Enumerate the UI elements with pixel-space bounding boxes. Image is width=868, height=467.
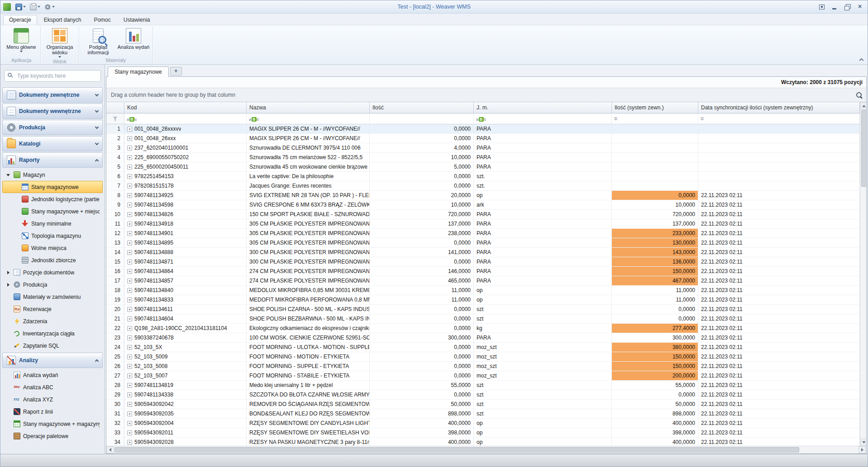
table-row[interactable]: 95907481134598SVIG CRESPONE 6 MM 63X73 B…	[106, 200, 860, 210]
ribbon-button-podglad-informacji[interactable]: Podgląd informacji	[81, 26, 116, 57]
sidebar-item-stany-magazynowe-miejsca[interactable]: Stany magazynowe + miejsca	[2, 205, 103, 217]
table-row[interactable]: 235903387240678100 CM WOSK. CIENKIE CZER…	[106, 333, 860, 343]
vertical-scrollbar[interactable]	[860, 102, 866, 446]
table-row[interactable]: 325905943092004RZĘSY SEGMENTOWE DIY CAND…	[106, 419, 860, 428]
expand-plus-icon[interactable]	[127, 136, 132, 141]
column-header-nazwa[interactable]: Nazwa	[247, 102, 370, 113]
table-row[interactable]: 2452_103_5XFOOT MORNING - ULOTKA - MOTIO…	[106, 343, 860, 352]
sidebar-item-stany-magazynowe-magazyny[interactable]: Stany magazynowe + magazyny	[2, 418, 103, 430]
expand-plus-icon[interactable]	[127, 354, 132, 359]
table-row[interactable]: 185907481134840MEDOLUX MIKROFIBRA 0,85 M…	[106, 286, 860, 295]
minimize-button[interactable]	[831, 4, 838, 10]
table-row[interactable]: 125907481134901305 CM PŁASKIE POLYESTER …	[106, 229, 860, 238]
sidebar-item-raport-z-linii[interactable]: Raport z linii	[2, 406, 103, 418]
sidebar-item-jednostki-zbiorcze[interactable]: Jednostki zbiorcze	[2, 254, 103, 266]
sidebar-item-rezerwacje[interactable]: Rezerwacje	[2, 303, 103, 315]
print-button[interactable]	[29, 3, 42, 11]
expand-plus-icon[interactable]	[127, 288, 132, 293]
expand-plus-icon[interactable]	[127, 222, 132, 226]
expand-plus-icon[interactable]	[127, 174, 132, 179]
table-row[interactable]: 105907481134826150 CM SPORT PŁASKIE BIAŁ…	[106, 210, 860, 219]
sidebar-item-materialy-w-zamowieniu[interactable]: Materiały w zamówieniu	[2, 291, 103, 303]
expand-plus-icon[interactable]	[127, 165, 132, 170]
table-row[interactable]: 215907481134604SHOE POLISH BEZBARWNA - 5…	[106, 314, 860, 324]
scroll-up-button[interactable]	[860, 102, 866, 109]
table-row[interactable]: 115907481134918305 CM PŁASKIE POLYESTER …	[106, 219, 860, 229]
filter-cell-j-m[interactable]: aBc	[474, 113, 612, 124]
expand-plus-icon[interactable]	[127, 430, 132, 435]
expand-plus-icon[interactable]	[127, 193, 132, 198]
table-row[interactable]: 5225_65000200450011Sznurowadła 45 cm wos…	[106, 162, 860, 172]
save-button[interactable]	[14, 3, 27, 11]
table-row[interactable]: 285907481134819Medo klej uniersalny 1 li…	[106, 381, 860, 390]
expand-plus-icon[interactable]	[127, 127, 132, 132]
table-row[interactable]: 165907481134864274 CM PŁASKIE POLYESTER …	[106, 267, 860, 276]
table-row[interactable]: 69782251454153La verite captive: De la p…	[106, 172, 860, 181]
sidebar-item-zapytanie-sql[interactable]: Zapytanie SQL	[2, 340, 103, 352]
expand-plus-icon[interactable]	[127, 316, 132, 321]
ribbon-button-menu-glowne[interactable]: Menu główne	[4, 26, 39, 57]
table-row[interactable]: 2552_103_5009FOOT MORNING - MOTION - ETY…	[106, 352, 860, 362]
expand-plus-icon[interactable]	[127, 212, 132, 217]
new-tab-button[interactable]: +	[170, 67, 182, 75]
table-row[interactable]: 2001_0048_26xxxMAGIX SLIPPER 26 CM - M -…	[106, 134, 860, 143]
ribbon-collapse-button[interactable]	[859, 57, 863, 61]
sidebar-item-analiza-xyz[interactable]: Analiza XYZ	[2, 393, 103, 406]
expand-plus-icon[interactable]	[127, 345, 132, 350]
sidebar-item-magazyn[interactable]: Magazyn	[2, 169, 103, 181]
sidebar-item-topologia-magazynu[interactable]: Topologia magazynu	[2, 230, 103, 242]
expand-plus-icon[interactable]	[127, 231, 132, 236]
table-row[interactable]: 345905943092028RZESY NA PASKU MAGNETYCZN…	[106, 438, 860, 446]
expand-plus-icon[interactable]	[127, 411, 132, 416]
table-row[interactable]: 155907481134871300 CM PŁASKIE POLYESTER …	[106, 257, 860, 267]
expand-plus-icon[interactable]	[127, 250, 132, 255]
sidebar-item-zdarzenia[interactable]: Zdarzenia	[2, 315, 103, 327]
vertical-scroll-thumb[interactable]	[861, 110, 866, 187]
expand-plus-icon[interactable]	[127, 335, 132, 340]
table-row[interactable]: 335905943092011RZĘSY SEGMENTOWE DIY SWEE…	[106, 428, 860, 438]
expand-plus-icon[interactable]	[127, 269, 132, 274]
group-by-area[interactable]: Drag a column header here to group by th…	[106, 88, 866, 102]
tab-stany-magazynowe[interactable]: Stany magazynowe	[108, 66, 169, 77]
scroll-left-button[interactable]	[106, 446, 114, 453]
menu-tab-pomoc[interactable]: Pomoc	[88, 15, 116, 25]
filter-cell-data-synchronizacji-ilosci-system-zewnetrzny[interactable]: =	[698, 113, 860, 124]
horizontal-scrollbar[interactable]	[106, 446, 866, 453]
sidebar-item-produkcja[interactable]: Produkcja	[2, 278, 103, 291]
sidebar-group-analizy[interactable]: Analizy	[2, 353, 103, 368]
table-row[interactable]: 315905943092035BOND&SEALANT KLEJ DO RZĘS…	[106, 409, 860, 419]
expand-plus-icon[interactable]	[127, 184, 132, 189]
filter-cell-ilosc-system-zewn[interactable]: =	[612, 113, 698, 124]
table-row[interactable]: 85907481134925SVIG EXTREME NR 28 TAN (OP…	[106, 191, 860, 200]
scroll-right-button[interactable]	[858, 446, 866, 453]
expand-plus-icon[interactable]	[127, 278, 132, 283]
sidebar-item-inwentaryzacja-ciagla[interactable]: Inwentaryzacja ciągła	[2, 327, 103, 340]
expand-plus-icon[interactable]	[127, 307, 132, 312]
table-row[interactable]: 3237_62020401100001Sznurowadła DE CLERMO…	[106, 143, 860, 153]
expand-plus-icon[interactable]	[127, 373, 132, 378]
table-row[interactable]: 1001_0048_26xxxvvMAGIX SLIPPER 26 CM - M…	[106, 124, 860, 134]
menu-tab-ustawienia[interactable]: Ustawienia	[118, 15, 156, 25]
customize-button[interactable]	[43, 3, 56, 11]
expand-plus-icon[interactable]	[127, 297, 132, 302]
expand-plus-icon[interactable]	[127, 326, 132, 331]
expand-plus-icon[interactable]	[127, 364, 132, 369]
sidebar-item-wolne-miejsca[interactable]: Wolne miejsca	[2, 242, 103, 254]
sidebar-item-pozycje-dokumentow[interactable]: Pozycje dokumentów	[2, 266, 103, 278]
table-row[interactable]: 135907481134895305 CM PŁASKIE POLYESTER …	[106, 238, 860, 248]
sidebar-group-dokumenty-zewnetrzne[interactable]: Dokumenty zewnętrzne	[2, 87, 103, 103]
expand-plus-icon[interactable]	[127, 383, 132, 388]
vertical-scroll-track[interactable]	[860, 109, 866, 439]
expand-plus-icon[interactable]	[127, 146, 132, 151]
table-row[interactable]: 2652_103_5008FOOT MORNING - SUPPLE - ETY…	[106, 362, 860, 371]
app-logo-icon[interactable]	[3, 3, 11, 11]
expand-plus-icon[interactable]	[127, 392, 132, 397]
column-header-j-m[interactable]: J. m.	[474, 102, 612, 113]
expand-plus-icon[interactable]	[127, 421, 132, 426]
horizontal-scroll-track[interactable]	[114, 446, 858, 453]
sidebar-group-dokumenty-wewnetrzne[interactable]: Dokumenty wewnętrzne	[2, 104, 103, 119]
table-row[interactable]: 145907481134888300 CM PŁASKIE POLYESTER …	[106, 248, 860, 257]
expand-plus-icon[interactable]	[127, 259, 132, 264]
ribbon-button-analiza-wydan[interactable]: Analiza wydań	[116, 26, 151, 57]
table-row[interactable]: 295907481134338SZCZOTKA DO BŁOTA CZARNE …	[106, 390, 860, 400]
